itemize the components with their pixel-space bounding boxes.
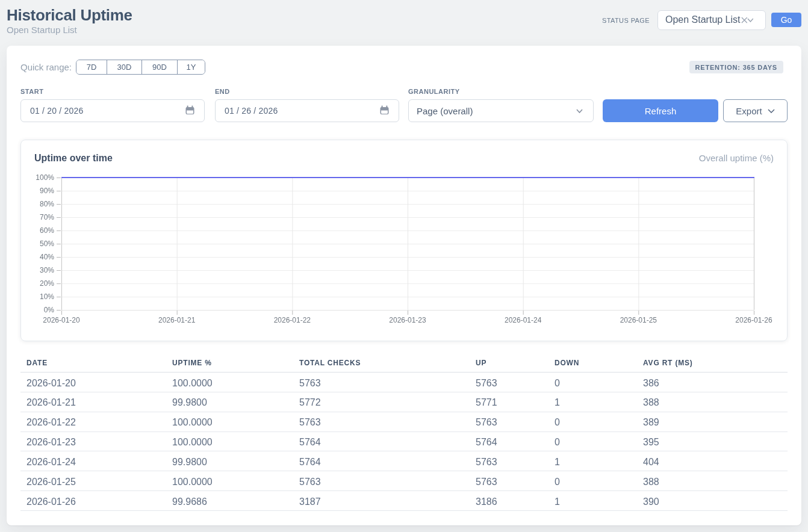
svg-text:10%: 10% — [40, 292, 54, 301]
svg-text:2026-01-23: 2026-01-23 — [389, 316, 426, 324]
svg-text:100%: 100% — [36, 173, 54, 182]
svg-text:0%: 0% — [44, 306, 55, 314]
svg-text:90%: 90% — [40, 187, 54, 195]
svg-text:30%: 30% — [40, 266, 54, 274]
svg-text:2026-01-22: 2026-01-22 — [274, 316, 311, 324]
svg-text:50%: 50% — [40, 240, 54, 248]
svg-text:2026-01-25: 2026-01-25 — [620, 316, 657, 324]
svg-text:70%: 70% — [40, 213, 54, 221]
svg-text:60%: 60% — [40, 226, 54, 235]
svg-text:2026-01-26: 2026-01-26 — [735, 316, 772, 324]
svg-text:2026-01-24: 2026-01-24 — [505, 316, 542, 324]
svg-text:80%: 80% — [40, 200, 54, 208]
svg-text:2026-01-21: 2026-01-21 — [158, 316, 196, 324]
svg-text:40%: 40% — [40, 253, 54, 261]
svg-text:20%: 20% — [40, 279, 54, 288]
svg-text:2026-01-20: 2026-01-20 — [43, 316, 80, 324]
